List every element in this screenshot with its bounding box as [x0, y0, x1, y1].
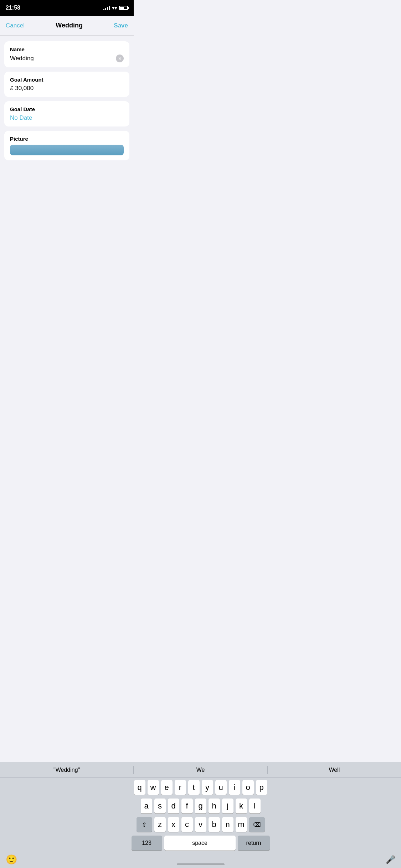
goal-date-card[interactable]: Goal Date No Date: [4, 101, 129, 126]
form-content: Name Wedding ✕ Goal Amount £ 30,000 Goal…: [0, 36, 134, 166]
picture-card[interactable]: Picture: [4, 131, 129, 160]
picture-label: Picture: [10, 136, 124, 142]
picture-placeholder: [10, 145, 124, 155]
name-card: Name Wedding ✕: [4, 41, 129, 67]
status-icons: ▾▾: [103, 5, 128, 11]
page-title: Wedding: [56, 22, 83, 29]
cancel-button[interactable]: Cancel: [6, 22, 25, 29]
nav-bar: Cancel Wedding Save: [0, 16, 134, 36]
goal-date-label: Goal Date: [10, 106, 124, 112]
goal-amount-card[interactable]: Goal Amount £ 30,000: [4, 72, 129, 97]
name-input[interactable]: Wedding: [10, 55, 116, 62]
goal-amount-value: £ 30,000: [10, 85, 34, 92]
status-bar: 21:58 ▾▾: [0, 0, 134, 16]
goal-date-value[interactable]: No Date: [10, 114, 32, 121]
signal-icon: [103, 6, 110, 10]
save-button[interactable]: Save: [114, 22, 128, 29]
battery-icon: [119, 6, 128, 10]
wifi-icon: ▾▾: [112, 5, 117, 11]
clear-button[interactable]: ✕: [116, 55, 124, 62]
goal-amount-label: Goal Amount: [10, 77, 124, 83]
name-label: Name: [10, 46, 124, 52]
status-time: 21:58: [6, 5, 20, 11]
